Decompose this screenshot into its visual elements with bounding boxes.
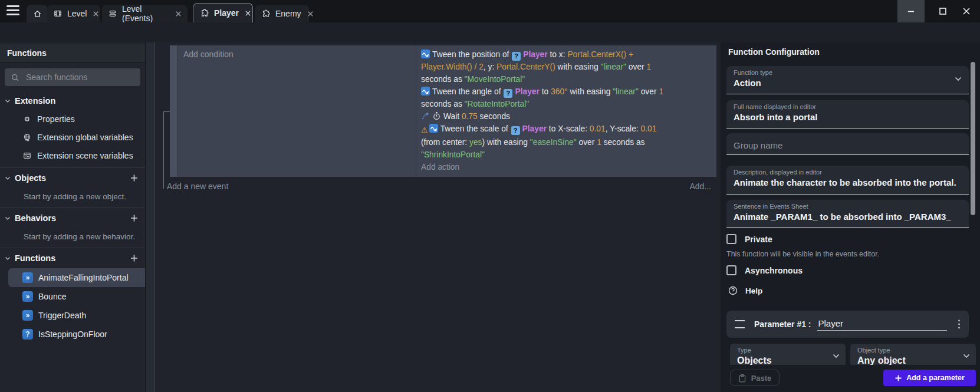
object-thumbnail-icon: ? [512,52,521,61]
extension-puzzle-icon [261,9,271,19]
kebab-menu-icon[interactable] [958,319,961,330]
panel-scrollbar[interactable] [971,62,975,215]
parameter-name-input[interactable] [817,318,947,331]
tab-label: Level [67,9,87,18]
close-tab-icon[interactable] [245,10,251,17]
tab-label: Level (Events) [122,4,169,23]
parameter-type-dropdown[interactable]: Type Objects [730,344,846,365]
add-behavior-button[interactable] [130,214,139,223]
sidebar-title: Functions [0,44,145,62]
add-condition-area[interactable]: Add condition [177,45,416,177]
tween-icon [429,124,438,133]
add-parameter-button[interactable]: Add a parameter [883,370,976,386]
asynchronous-checkbox[interactable] [726,265,736,275]
search-functions-box[interactable] [5,68,140,86]
event-action[interactable]: Wait 0.75 seconds [421,110,678,123]
add-object-button[interactable] [130,174,139,183]
home-icon [32,9,42,19]
close-tab-icon[interactable] [307,11,314,17]
object-type-dropdown[interactable]: Object type Any object [850,344,976,365]
scene-icon [53,9,63,18]
chevron-down-icon [5,256,11,261]
function-item-issteppingonfloor[interactable]: IsSteppingOnFloor [8,325,145,344]
add-new-event-link[interactable]: Add a new event [167,182,228,191]
private-checkbox-row[interactable]: Private [726,234,772,244]
events-left-gutter [146,42,155,392]
chevron-down-icon [833,354,840,358]
group-name-field[interactable]: Group name [726,133,969,155]
action-function-icon [22,310,33,321]
close-tab-icon[interactable] [93,11,99,17]
add-action-link[interactable]: Add action [421,161,678,173]
action-function-icon [22,291,33,302]
sidebar-item-extension-global-variables[interactable]: Extension global variables [0,128,145,146]
event-action[interactable]: Tween the angle of ?Player to 360° with … [421,85,678,110]
search-functions-input[interactable] [25,72,134,83]
stopwatch-icon [432,111,441,120]
event-drag-handle[interactable] [170,45,177,177]
main-toolbar: Preview Share [0,22,980,42]
clipboard-icon [738,374,746,383]
section-behaviors[interactable]: Behaviors [0,208,145,228]
private-checkbox[interactable] [726,234,736,244]
gdevelop-window: Level Level (Events) Player Enemy [0,0,980,392]
parameter-1-card: Parameter #1 : [726,311,969,338]
chevron-down-icon[interactable] [955,77,962,81]
close-tab-icon[interactable] [175,11,182,17]
extension-puzzle-icon [199,8,209,18]
functions-sidebar: Functions Extension Properties Extension… [0,42,146,392]
function-item-animatefallingintoportal[interactable]: AnimateFallingIntoPortal [8,268,145,287]
globe-icon [22,133,32,142]
tab-level-events[interactable]: Level (Events) [102,5,188,22]
main-menu-icon[interactable] [6,5,19,17]
sentence-field[interactable]: Sentence in Events Sheet Animate _PARAM1… [726,200,969,228]
function-type-field[interactable]: Function type Action [726,66,969,94]
add-function-button[interactable] [130,254,139,263]
event-actions-area: Tween the position of ?Player to x: Port… [416,45,716,177]
scene-variables-icon [22,151,32,160]
chevron-down-icon [5,176,11,180]
tab-player-active[interactable]: Player [193,3,253,22]
chevron-down-icon [5,216,11,220]
add-more-link[interactable]: Add... [689,182,711,191]
tab-label: Player [214,8,239,18]
behaviors-empty-text: Start by adding a new behavior. [0,228,145,245]
objects-empty-text: Start by adding a new object. [0,188,145,205]
window-minimize-button[interactable] [897,0,925,22]
plus-icon [895,374,902,382]
async-icon [421,111,430,120]
section-extension[interactable]: Extension [0,92,145,110]
sidebar-item-extension-scene-variables[interactable]: Extension scene variables [0,146,145,164]
warning-icon: ⚠ [421,124,428,136]
private-helper-text: This function will be visible in the eve… [726,250,879,258]
help-link[interactable]: Help [728,285,762,296]
tab-level[interactable]: Level [47,5,100,22]
action-function-icon [22,272,33,283]
object-thumbnail-icon: ? [511,126,520,135]
function-item-bounce[interactable]: Bounce [8,287,145,306]
full-name-field[interactable]: Full name displayed in editor Absorb int… [726,100,969,129]
section-objects[interactable]: Objects [0,168,145,188]
search-icon [11,73,19,82]
asynchronous-checkbox-row[interactable]: Asynchronous [726,265,803,275]
tab-enemy[interactable]: Enemy [255,5,309,22]
window-close-button[interactable] [953,0,980,22]
events-sheet-icon [108,9,117,18]
event-action[interactable]: ⚠Tween the scale of ?Player to X-scale: … [421,123,678,161]
tween-icon [421,50,430,58]
section-functions[interactable]: Functions [0,248,145,268]
condition-function-icon [22,329,33,340]
description-field[interactable]: Description, displayed in editor Animate… [726,166,969,195]
drag-handle-icon[interactable] [735,320,745,328]
chevron-down-icon [963,354,970,358]
function-configuration-panel: Function Configuration Function type Act… [721,42,980,392]
function-item-triggerdeath[interactable]: TriggerDeath [8,306,145,325]
object-thumbnail-icon: ? [504,89,512,98]
events-sheet: Add condition Tween the position of ?Pla… [146,42,721,392]
tab-bar: Level Level (Events) Player Enemy [0,0,980,22]
sidebar-item-properties[interactable]: Properties [0,110,145,128]
paste-button[interactable]: Paste [730,370,780,386]
event-action[interactable]: Tween the position of ?Player to x: Port… [421,48,678,85]
tab-home[interactable] [27,5,48,22]
tab-label: Enemy [275,9,301,18]
